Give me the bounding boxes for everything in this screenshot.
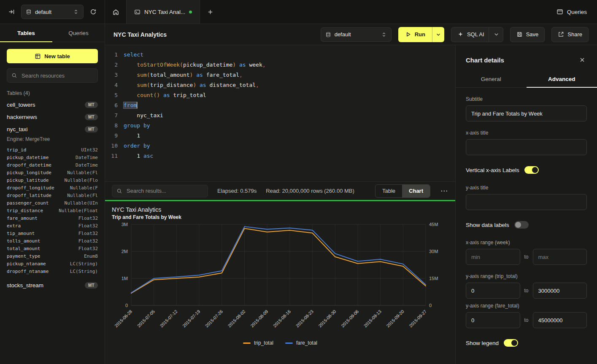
- home-button[interactable]: [105, 0, 126, 24]
- svg-text:2015-07-12: 2015-07-12: [159, 309, 178, 329]
- table-row[interactable]: cell_towersMT: [0, 99, 105, 111]
- run-button-group: Run: [398, 27, 444, 42]
- line-chart: 2015-06-282015-07-052015-07-122015-07-19…: [112, 220, 448, 339]
- sidebar-tab-queries[interactable]: Queries: [52, 24, 105, 42]
- legend-label: trip_total: [254, 340, 273, 346]
- engine-badge: MT: [85, 102, 98, 108]
- show-data-labels-toggle[interactable]: [514, 221, 529, 229]
- view-toggle-table[interactable]: Table: [375, 185, 402, 197]
- column-row: payment_typeEnum8: [0, 252, 105, 260]
- column-name: trip_distance: [7, 208, 43, 213]
- column-name: extra: [7, 223, 21, 229]
- subtitle-label: Subtitle: [466, 96, 587, 102]
- code-line: 1 asc: [124, 151, 455, 161]
- plus-icon: [207, 9, 213, 15]
- run-options-button[interactable]: [432, 27, 444, 42]
- chart-subtitle: Trip and Fare Totals by Week: [112, 214, 448, 220]
- y-range-trip-min-input[interactable]: [466, 283, 520, 299]
- svg-text:2015-09-06: 2015-09-06: [340, 309, 360, 329]
- panel-body: Subtitle x-axis title Vertical x-axis La…: [456, 88, 597, 364]
- run-button[interactable]: Run: [398, 27, 432, 42]
- x-axis-title-label: x-axis title: [466, 130, 587, 136]
- sidebar-tab-tables[interactable]: Tables: [0, 24, 52, 42]
- svg-text:15M: 15M: [429, 276, 438, 281]
- panel-title: Chart details: [466, 57, 504, 64]
- new-table-button[interactable]: New table: [7, 49, 98, 63]
- column-row: fare_amountFloat32: [0, 214, 105, 222]
- legend-item-fare_total[interactable]: fare_total: [285, 340, 317, 346]
- column-name: pickup_ntaname: [7, 261, 46, 267]
- y-range-fare-min-input[interactable]: [466, 312, 520, 328]
- column-list: trip_idUInt32pickup_datetimeDateTimedrop…: [0, 146, 105, 275]
- column-name: dropoff_datetime: [7, 162, 51, 168]
- code-area[interactable]: select toStartOfWeek(pickup_datetime) as…: [124, 50, 455, 181]
- show-legend-label: Show legend: [466, 340, 499, 346]
- header-database-select[interactable]: default: [321, 27, 392, 42]
- engine-badge: MT: [85, 282, 98, 289]
- svg-text:2M: 2M: [122, 249, 128, 254]
- search-icon: [11, 73, 17, 78]
- column-name: pickup_datetime: [7, 155, 49, 160]
- line-number-gutter: 1234567891011: [105, 50, 124, 181]
- line-number: 2: [105, 60, 118, 70]
- table-name: stocks_stream: [7, 282, 43, 289]
- column-type: Nullable(Fl: [67, 170, 98, 175]
- code-line: select: [124, 50, 455, 60]
- new-tab-button[interactable]: [200, 0, 220, 24]
- chart-details-panel: Chart details General Advanced Subtitle: [455, 45, 597, 364]
- sql-ai-button-group[interactable]: SQL AI: [451, 27, 503, 42]
- x-axis-title-input[interactable]: [466, 139, 587, 155]
- results-search: [112, 185, 208, 197]
- show-data-labels-label: Show data labels: [466, 222, 509, 228]
- column-type: Float32: [78, 216, 98, 221]
- table-row[interactable]: stocks_streamMT: [0, 279, 105, 291]
- table-row[interactable]: hackernewsMT: [0, 111, 105, 123]
- sidebar-search-input[interactable]: [21, 72, 93, 79]
- y-range-fare-max-input[interactable]: [533, 312, 587, 328]
- subtitle-input[interactable]: [466, 105, 587, 121]
- line-number: 10: [105, 141, 118, 151]
- svg-text:2015-08-23: 2015-08-23: [294, 309, 314, 329]
- svg-text:2015-07-19: 2015-07-19: [181, 309, 201, 329]
- code-line: group by: [124, 121, 455, 131]
- share-button[interactable]: Share: [551, 27, 589, 42]
- sidebar: Tables Queries New table Tables (4) cell…: [0, 24, 105, 364]
- vertical-x-axis-labels-toggle[interactable]: [524, 166, 539, 174]
- y-range-trip-max-input[interactable]: [533, 283, 587, 299]
- svg-text:2015-08-02: 2015-08-02: [227, 309, 246, 329]
- sql-editor[interactable]: 1234567891011 select toStartOfWeek(picku…: [105, 45, 455, 181]
- chevrons-up-down-icon: [73, 9, 79, 15]
- x-range-min-input[interactable]: [466, 249, 520, 265]
- save-button[interactable]: Save: [510, 27, 545, 42]
- refresh-icon[interactable]: [87, 5, 100, 18]
- sql-ai-label: SQL AI: [467, 31, 484, 38]
- query-tab[interactable]: NYC Taxi Anal...: [126, 0, 200, 24]
- queries-button[interactable]: Queries: [556, 0, 597, 24]
- results-toolbar: Elapsed: 0.579s Read: 20,000,000 rows (2…: [105, 181, 455, 200]
- code-line: count() as trip_total: [124, 90, 455, 100]
- panel-tab-advanced[interactable]: Advanced: [527, 71, 597, 87]
- show-legend-toggle[interactable]: [504, 339, 518, 347]
- table-engine: Engine: MergeTree: [0, 135, 105, 146]
- panel-tab-general[interactable]: General: [456, 71, 527, 87]
- line-number: 7: [105, 111, 118, 121]
- y-axis-title-input[interactable]: [466, 194, 587, 210]
- more-options-icon[interactable]: ⋯: [440, 186, 448, 195]
- close-icon[interactable]: [578, 55, 587, 65]
- collapse-sidebar-icon[interactable]: [5, 5, 18, 18]
- sql-ai-options-button[interactable]: [489, 27, 503, 42]
- tab-console-icon: [134, 9, 140, 15]
- svg-text:3M: 3M: [122, 222, 128, 227]
- table-name: nyc_taxi: [7, 126, 28, 132]
- y-axis-range-trip-label: y-axis range (trip_total): [466, 273, 587, 279]
- x-range-max-input[interactable]: [533, 249, 587, 265]
- results-search-input[interactable]: [126, 187, 203, 194]
- legend-item-trip_total[interactable]: trip_total: [243, 340, 273, 346]
- database-select-value: default: [35, 9, 70, 15]
- read-stat: Read: 20,000,000 rows (260.00 MB): [266, 188, 354, 194]
- database-icon: [26, 9, 32, 15]
- topbar-database-select[interactable]: default: [21, 5, 84, 19]
- column-row: pickup_longitudeNullable(Fl: [0, 169, 105, 176]
- table-row[interactable]: nyc_taxiMT: [0, 123, 105, 135]
- view-toggle-chart[interactable]: Chart: [402, 185, 430, 197]
